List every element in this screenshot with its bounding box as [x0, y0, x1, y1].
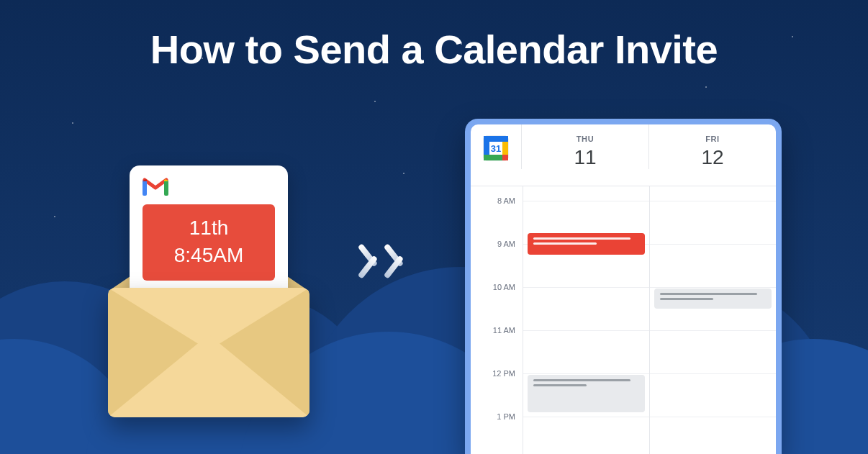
calendar-icon-day: 31: [491, 143, 501, 154]
hour-label: 9 AM: [497, 240, 515, 248]
hour-label: 1 PM: [497, 412, 515, 421]
star: [54, 216, 55, 217]
star: [72, 122, 73, 124]
day-of-week-label: FRI: [649, 135, 776, 143]
event-grey: [528, 375, 645, 412]
svg-rect-0: [143, 180, 147, 196]
envelope-body: [108, 288, 309, 417]
calendar-panel: 31 THU 11 FRI 12 8 AM 9 AM 10 AM 11 AM 1…: [465, 119, 782, 454]
page-title: How to Send a Calendar Invite: [0, 26, 868, 73]
star: [374, 101, 376, 102]
event-grey: [654, 289, 772, 309]
chevron-right-icon: [393, 241, 415, 281]
day-columns: [523, 186, 776, 454]
star: [403, 173, 404, 174]
hour-label: 11 AM: [493, 326, 515, 335]
event-red: [528, 233, 645, 255]
calendar-header: 31 THU 11 FRI 12: [471, 124, 776, 186]
day-number: 12: [649, 146, 776, 169]
hour-label: 10 AM: [493, 283, 515, 291]
invite-date: 11th: [143, 214, 275, 242]
day-number: 11: [522, 146, 648, 169]
svg-rect-6: [502, 155, 508, 160]
day-column-fri: [649, 186, 776, 454]
day-header-fri: FRI 12: [648, 124, 776, 169]
envelope-illustration: 11th 8:45AM: [108, 165, 309, 378]
svg-rect-7: [484, 142, 489, 155]
hour-label: 8 AM: [497, 196, 515, 205]
invite-time-card: 11th 8:45AM: [143, 204, 275, 281]
calendar-grid: 8 AM 9 AM 10 AM 11 AM 12 PM 1 PM 2 PM: [471, 186, 776, 454]
day-of-week-label: THU: [522, 135, 648, 143]
arrow-chevrons: [367, 241, 415, 281]
star: [705, 86, 707, 88]
hour-label: 12 PM: [492, 369, 515, 378]
svg-rect-3: [484, 136, 508, 142]
day-column-thu: [523, 186, 649, 454]
gmail-icon: [143, 177, 168, 197]
svg-rect-4: [484, 155, 502, 160]
day-header-thu: THU 11: [521, 124, 648, 169]
svg-rect-1: [164, 180, 168, 196]
invite-time: 8:45AM: [143, 242, 275, 269]
time-gutter: 8 AM 9 AM 10 AM 11 AM 12 PM 1 PM 2 PM: [471, 186, 523, 454]
google-calendar-icon: 31: [482, 135, 510, 162]
